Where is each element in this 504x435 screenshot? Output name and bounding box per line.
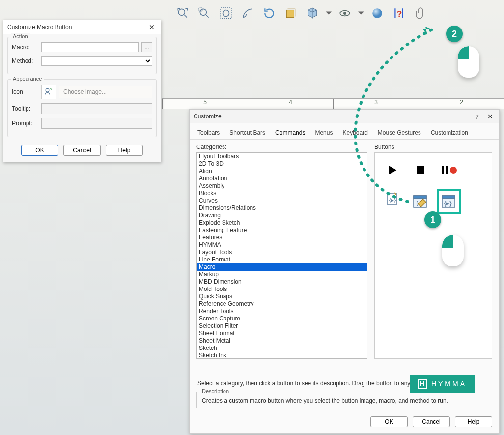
dialog-title: Customize bbox=[194, 113, 222, 120]
svg-text:?: ? bbox=[397, 9, 402, 19]
categories-label: Categories: bbox=[196, 144, 367, 150]
category-item[interactable]: Sheet Format bbox=[197, 330, 367, 337]
customize-macro-button-dialog: Customize Macro Button ✕ Action Macro: .… bbox=[3, 20, 161, 162]
tab-commands[interactable]: Commands bbox=[273, 127, 307, 139]
tab-shortcut-bars[interactable]: Shortcut Bars bbox=[227, 127, 267, 139]
category-item[interactable]: MBD Dimension bbox=[197, 278, 367, 286]
category-item[interactable]: Align bbox=[197, 168, 367, 175]
tab-menus[interactable]: Menus bbox=[313, 127, 335, 139]
icon-preview bbox=[41, 85, 56, 99]
group-label: Appearance bbox=[11, 76, 44, 82]
category-item[interactable]: Flyout Toolbars bbox=[197, 153, 367, 160]
macro-edit-icon[interactable]: { } bbox=[410, 191, 431, 212]
tab-toolbars[interactable]: Toolbars bbox=[196, 127, 222, 139]
zoom-area-icon[interactable] bbox=[218, 5, 234, 22]
category-item[interactable]: Curves bbox=[197, 197, 367, 204]
category-item[interactable]: HYMMA bbox=[197, 241, 367, 249]
svg-point-6 bbox=[344, 12, 346, 14]
category-item[interactable]: Dimensions/Relations bbox=[197, 204, 367, 212]
cancel-button[interactable]: Cancel bbox=[63, 145, 101, 156]
prompt-input[interactable] bbox=[41, 118, 152, 129]
annotation-callout-1: 1 bbox=[424, 211, 441, 228]
ruler: 5 4 3 2 bbox=[162, 98, 504, 109]
ruler-tick: 5 bbox=[162, 99, 248, 109]
category-item[interactable]: Sheet Metal bbox=[197, 337, 367, 345]
tooltip-input[interactable] bbox=[41, 103, 152, 114]
svg-point-0 bbox=[178, 9, 185, 15]
category-item[interactable]: Screen Capture bbox=[197, 315, 367, 322]
annotation-callout-2: 2 bbox=[446, 26, 463, 42]
help-button[interactable]: Help bbox=[455, 416, 492, 427]
category-item[interactable]: Selection Filter bbox=[197, 322, 367, 330]
browse-button[interactable]: ... bbox=[141, 42, 152, 52]
category-item[interactable]: 2D To 3D bbox=[197, 160, 367, 168]
svg-text:{▸}: {▸} bbox=[444, 200, 452, 207]
dropdown-caret-icon[interactable] bbox=[326, 5, 332, 22]
tab-bar: Toolbars Shortcut Bars Commands Menus Ke… bbox=[190, 123, 499, 140]
category-item[interactable]: Blocks bbox=[197, 190, 367, 197]
choose-image-button[interactable]: Choose Image... bbox=[59, 86, 152, 98]
category-item[interactable]: Layout Tools bbox=[197, 249, 367, 256]
category-item[interactable]: Features bbox=[197, 234, 367, 241]
category-item[interactable]: Sketch bbox=[197, 345, 367, 352]
category-item[interactable]: Render Tools bbox=[197, 308, 367, 315]
ok-button[interactable]: OK bbox=[21, 145, 58, 156]
tab-keyboard[interactable]: Keyboard bbox=[340, 127, 369, 139]
svg-point-7 bbox=[372, 8, 382, 18]
dropdown-caret-icon[interactable] bbox=[358, 5, 364, 22]
group-label: Description bbox=[200, 388, 231, 394]
tooltip-label: Tooltip: bbox=[12, 105, 38, 112]
category-item[interactable]: Drawing bbox=[197, 212, 367, 219]
annotation-mouse-icon bbox=[442, 235, 464, 266]
help-bracket-icon[interactable]: ? bbox=[391, 5, 407, 22]
svg-rect-3 bbox=[221, 8, 231, 19]
appearance-globe-icon[interactable] bbox=[369, 5, 386, 22]
category-item[interactable]: Markup bbox=[197, 271, 367, 278]
category-item[interactable]: Reference Geometry bbox=[197, 300, 367, 308]
annotation-mouse-icon bbox=[458, 46, 479, 78]
ok-button[interactable]: OK bbox=[370, 416, 408, 427]
appearance-group: Appearance Icon Choose Image... Tooltip:… bbox=[7, 79, 157, 137]
macro-pause-record-icon[interactable] bbox=[439, 160, 459, 180]
category-item[interactable]: Sketch Ink bbox=[197, 352, 367, 359]
svg-rect-10 bbox=[417, 166, 424, 174]
zoom-fit-icon[interactable] bbox=[174, 5, 191, 22]
help-icon[interactable]: ? bbox=[475, 113, 478, 120]
macro-run-icon[interactable] bbox=[382, 160, 402, 180]
redo-icon[interactable] bbox=[261, 5, 278, 22]
macro-new-icon[interactable]: {▸} bbox=[382, 188, 402, 209]
category-item[interactable]: Explode Sketch bbox=[197, 219, 367, 227]
category-item[interactable]: Annotation bbox=[197, 175, 367, 182]
macro-stop-icon[interactable] bbox=[410, 160, 431, 180]
svg-rect-12 bbox=[446, 166, 448, 174]
category-item[interactable]: Quick Snaps bbox=[197, 293, 367, 300]
view-cube-icon[interactable] bbox=[304, 5, 321, 22]
tab-mouse-gestures[interactable]: Mouse Gestures bbox=[376, 127, 423, 139]
close-icon[interactable]: ✕ bbox=[147, 23, 157, 31]
category-item[interactable]: Macro bbox=[197, 263, 367, 271]
categories-listbox[interactable]: Flyout Toolbars2D To 3DAlignAnnotationAs… bbox=[196, 152, 367, 359]
tab-customization[interactable]: Customization bbox=[429, 127, 470, 139]
close-icon[interactable]: ✕ bbox=[485, 113, 495, 120]
method-select[interactable] bbox=[41, 56, 152, 66]
macro-path-input[interactable] bbox=[41, 42, 139, 52]
svg-point-1 bbox=[200, 9, 206, 15]
help-button[interactable]: Help bbox=[106, 145, 143, 156]
category-item[interactable]: Fastening Feature bbox=[197, 227, 367, 234]
category-item[interactable]: Assembly bbox=[197, 182, 367, 190]
cancel-button[interactable]: Cancel bbox=[413, 416, 450, 427]
paperclip-icon[interactable] bbox=[412, 5, 429, 22]
box-display-icon[interactable] bbox=[282, 5, 299, 22]
macro-custom-button-icon[interactable]: {▸} bbox=[439, 191, 459, 212]
svg-point-13 bbox=[450, 167, 457, 174]
dialog-title: Customize Macro Button bbox=[7, 24, 72, 30]
category-item[interactable]: Mold Tools bbox=[197, 286, 367, 293]
ruler-tick: 3 bbox=[333, 99, 419, 109]
zoom-window-icon[interactable] bbox=[196, 5, 213, 22]
eye-icon[interactable] bbox=[336, 5, 353, 22]
svg-rect-17 bbox=[414, 196, 426, 199]
svg-point-2 bbox=[223, 10, 229, 17]
svg-point-9 bbox=[46, 88, 49, 92]
category-item[interactable]: Line Format bbox=[197, 256, 367, 263]
section-view-icon[interactable] bbox=[239, 5, 256, 22]
